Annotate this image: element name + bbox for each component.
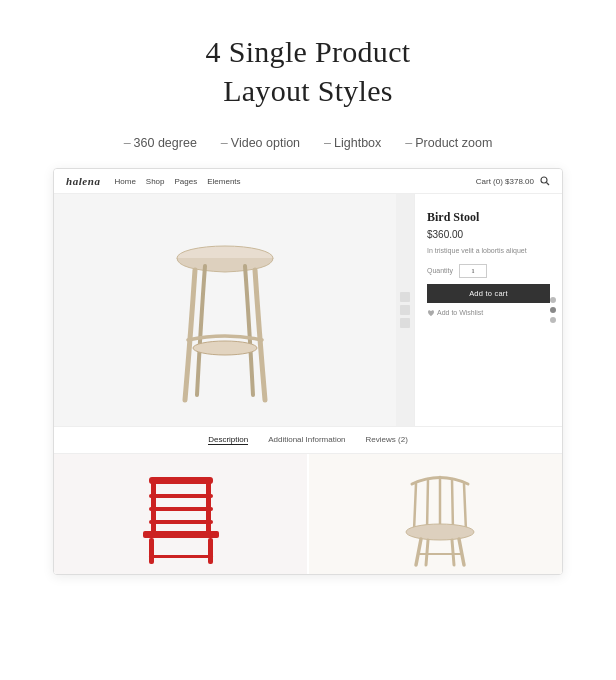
- nav-home[interactable]: Home: [114, 177, 135, 186]
- heart-icon: [427, 309, 435, 317]
- cart-text: Cart (0) $378.00: [476, 177, 534, 186]
- nav-elements[interactable]: Elements: [207, 177, 240, 186]
- thumbnail-strip: [396, 194, 414, 426]
- svg-rect-9: [149, 520, 213, 524]
- tabs-header: Description Additional Information Revie…: [54, 427, 562, 454]
- svg-line-15: [427, 479, 428, 531]
- svg-point-3: [193, 341, 257, 355]
- svg-rect-5: [206, 479, 211, 534]
- nav-shop[interactable]: Shop: [146, 177, 165, 186]
- svg-rect-11: [149, 538, 154, 564]
- site-navbar: halena Home Shop Pages Elements Cart (0)…: [54, 169, 562, 194]
- quantity-label: Quantity: [427, 267, 453, 274]
- feature-lightbox: – Lightbox: [324, 136, 381, 150]
- site-logo: halena: [66, 175, 100, 187]
- add-to-cart-button[interactable]: Add to cart: [427, 284, 550, 303]
- thumb-3[interactable]: [400, 318, 410, 328]
- svg-line-22: [426, 540, 428, 565]
- svg-rect-6: [149, 477, 213, 484]
- product-description: In tristique velit a lobortis aliquet: [427, 246, 550, 256]
- features-row: – 360 degree – Video option – Lightbox –…: [124, 126, 493, 168]
- svg-rect-4: [151, 479, 156, 534]
- scroll-dot-2: [550, 307, 556, 313]
- product-name: Bird Stool: [427, 210, 550, 225]
- search-icon[interactable]: [540, 176, 550, 186]
- product-price: $360.00: [427, 229, 550, 240]
- scroll-indicators: [550, 297, 556, 323]
- tab-reviews[interactable]: Reviews (2): [366, 435, 408, 445]
- thumb-2[interactable]: [400, 305, 410, 315]
- tab-additional-info[interactable]: Additional Information: [268, 435, 345, 445]
- gallery-row: [54, 454, 562, 574]
- cart-area[interactable]: Cart (0) $378.00: [476, 176, 550, 186]
- feature-360: – 360 degree: [124, 136, 197, 150]
- svg-line-1: [547, 183, 550, 186]
- svg-rect-7: [149, 494, 213, 498]
- svg-line-21: [459, 539, 464, 565]
- product-tabs: Description Additional Information Revie…: [54, 426, 562, 574]
- gallery-item-beige-chair: [309, 454, 562, 574]
- product-area-wrapper: Bird Stool $360.00 In tristique velit a …: [54, 194, 562, 426]
- svg-rect-10: [143, 531, 219, 538]
- scroll-dot-3: [550, 317, 556, 323]
- svg-line-18: [464, 484, 466, 531]
- product-info: Bird Stool $360.00 In tristique velit a …: [414, 194, 562, 426]
- quantity-row: Quantity 1: [427, 264, 550, 278]
- wishlist-link[interactable]: Add to Wishlist: [427, 309, 550, 317]
- svg-rect-13: [149, 555, 213, 558]
- product-area: Bird Stool $360.00 In tristique velit a …: [54, 194, 562, 426]
- browser-mockup: halena Home Shop Pages Elements Cart (0)…: [53, 168, 563, 575]
- svg-line-17: [452, 479, 453, 531]
- svg-point-19: [406, 524, 474, 540]
- red-chair-svg: [121, 459, 241, 569]
- nav-links: Home Shop Pages Elements: [114, 177, 240, 186]
- gallery-item-red-chair: [54, 454, 307, 574]
- product-image-area: [54, 194, 396, 426]
- nav-pages[interactable]: Pages: [175, 177, 198, 186]
- beige-chair-svg: [376, 459, 496, 569]
- svg-line-14: [414, 484, 416, 531]
- svg-line-20: [416, 539, 421, 565]
- svg-line-23: [452, 540, 454, 565]
- quantity-input[interactable]: 1: [459, 264, 487, 278]
- feature-video: – Video option: [221, 136, 300, 150]
- scroll-dot-1: [550, 297, 556, 303]
- svg-rect-12: [208, 538, 213, 564]
- tab-description[interactable]: Description: [208, 435, 248, 445]
- stool-image: [155, 210, 295, 410]
- svg-point-0: [541, 177, 547, 183]
- thumb-1[interactable]: [400, 292, 410, 302]
- svg-rect-8: [149, 507, 213, 511]
- feature-zoom: – Product zoom: [405, 136, 492, 150]
- page-title: 4 Single Product Layout Styles: [206, 32, 411, 110]
- header-section: 4 Single Product Layout Styles: [186, 0, 431, 126]
